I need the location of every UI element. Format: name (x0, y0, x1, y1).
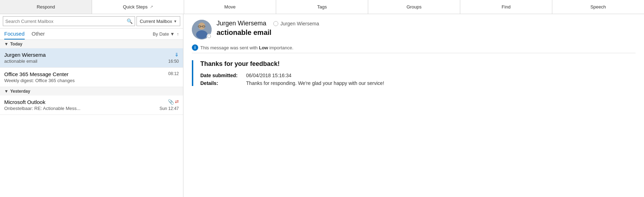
section-today-label: Today (10, 42, 22, 47)
details-label: Details: (200, 80, 238, 86)
toolbar-find[interactable]: Find (460, 0, 552, 14)
svg-point-1 (198, 23, 205, 30)
toolbar-tags[interactable]: Tags (276, 0, 368, 14)
email-item-1-sender: Jurgen Wiersema (4, 52, 161, 58)
download-icon: ⇓ (175, 52, 179, 57)
email-list: ▼ Today Jurgen Wiersema actionable email… (0, 40, 183, 197)
sort-by-label: By Date (153, 31, 169, 37)
email-to-row: Jurgen Wiersema (273, 21, 319, 26)
section-today: ▼ Today (0, 40, 183, 48)
avatar-status-indicator (207, 34, 212, 39)
email-from-name: Jurgen Wiersema (217, 20, 266, 27)
attachment-icon: 📎 (168, 99, 174, 105)
email-header-info: Jurgen Wiersema Jurgen Wiersema actionab… (217, 20, 636, 39)
search-bar: 🔍 Current Mailbox ▼ (0, 14, 183, 29)
toolbar-move-label: Move (224, 4, 236, 10)
email-item-3-subject: Onbestelbaar: RE: Actionable Mess... (4, 106, 159, 111)
toolbar-respond[interactable]: Respond (0, 0, 92, 14)
importance-bar: i This message was sent with Low importa… (192, 42, 636, 53)
importance-message: This message was sent with Low importanc… (200, 45, 293, 50)
section-yesterday: ▼ Yesterday (0, 87, 183, 96)
tab-focused[interactable]: Focused (4, 31, 25, 39)
sort-ascending-icon[interactable]: ↑ (177, 32, 179, 37)
email-item-3-time: Sun 12:47 (159, 106, 179, 111)
toolbar-move[interactable]: Move (184, 0, 276, 14)
email-body-title: Thanks for your feedback! (200, 60, 636, 68)
chevron-down-icon: ▼ (174, 19, 177, 23)
tab-focused-label: Focused (4, 31, 25, 37)
info-icon: i (192, 44, 198, 51)
tab-other[interactable]: Other (32, 31, 45, 39)
search-input[interactable] (5, 19, 127, 24)
sort-chevron-icon: ▼ (170, 31, 175, 37)
email-item-3[interactable]: Microsoft Outlook Onbestelbaar: RE: Acti… (0, 96, 183, 115)
email-item-3-content: Microsoft Outlook Onbestelbaar: RE: Acti… (4, 99, 159, 111)
email-item-1-meta: ⇓ 16:50 (161, 52, 179, 64)
expand-icon: ↗ (150, 5, 153, 9)
email-item-1[interactable]: Jurgen Wiersema actionable email ⇓ 16:50 (0, 48, 183, 68)
date-value: 06/04/2018 15:16:34 (246, 73, 636, 78)
email-item-1-content: Jurgen Wiersema actionable email (4, 52, 161, 64)
email-item-2-content: Office 365 Message Center Weekly digest:… (4, 71, 161, 83)
toolbar-find-label: Find (502, 4, 510, 10)
tabs-bar: Focused Other By Date ▼ ↑ (0, 29, 183, 40)
email-item-2-time: 08:12 (168, 71, 179, 76)
details-value: Thanks for responding. We're glad your h… (246, 80, 636, 86)
email-item-3-sender: Microsoft Outlook (4, 99, 159, 105)
email-body: Thanks for your feedback! Date submitted… (192, 60, 636, 86)
section-today-arrow: ▼ (4, 42, 8, 47)
email-item-2[interactable]: Office 365 Message Center Weekly digest:… (0, 68, 183, 87)
toolbar-speech[interactable]: Speech (552, 0, 644, 14)
toolbar-tags-label: Tags (317, 4, 327, 10)
toolbar: Respond Quick Steps ↗ Move Tags Groups F… (0, 0, 644, 14)
email-view: Jurgen Wiersema Jurgen Wiersema actionab… (183, 14, 644, 197)
sort-by-dropdown[interactable]: By Date ▼ (153, 31, 175, 37)
toolbar-quick-steps-label: Quick Steps (123, 4, 147, 10)
section-yesterday-label: Yesterday (10, 89, 30, 94)
category-icon: ⇄ (175, 99, 179, 105)
email-item-1-time: 16:50 (168, 59, 179, 64)
mailbox-dropdown[interactable]: Current Mailbox ▼ (136, 16, 180, 26)
toolbar-groups[interactable]: Groups (368, 0, 460, 14)
toolbar-respond-label: Respond (37, 4, 55, 10)
email-view-subject: actionable email (217, 29, 636, 37)
email-item-1-subject: actionable email (4, 59, 161, 64)
mailbox-dropdown-label: Current Mailbox (140, 19, 172, 24)
toolbar-speech-label: Speech (590, 4, 606, 10)
email-item-2-sender: Office 365 Message Center (4, 71, 161, 77)
to-circle-icon (273, 21, 278, 26)
section-yesterday-arrow: ▼ (4, 89, 8, 94)
status-dot (207, 35, 211, 38)
email-item-2-meta: 08:12 (161, 71, 179, 83)
email-view-header: Jurgen Wiersema Jurgen Wiersema actionab… (192, 20, 636, 39)
search-input-wrapper[interactable]: 🔍 (3, 16, 135, 26)
search-icon: 🔍 (127, 18, 133, 24)
email-item-2-subject: Weekly digest: Office 365 changes (4, 78, 161, 83)
toolbar-groups-label: Groups (407, 4, 422, 10)
main-layout: 🔍 Current Mailbox ▼ Focused Other By Dat… (0, 14, 644, 197)
email-from-row: Jurgen Wiersema Jurgen Wiersema (217, 20, 636, 27)
svg-point-2 (196, 30, 207, 39)
email-item-3-meta: 📎 ⇄ Sun 12:47 (159, 99, 179, 111)
avatar-wrapper (192, 20, 212, 39)
email-item-3-icons: 📎 ⇄ (168, 99, 179, 105)
date-label: Date submitted: (200, 73, 238, 78)
email-panel: 🔍 Current Mailbox ▼ Focused Other By Dat… (0, 14, 183, 197)
importance-level: Low (259, 45, 268, 50)
sort-controls: By Date ▼ ↑ (153, 31, 179, 39)
tab-other-label: Other (32, 31, 45, 37)
toolbar-quick-steps[interactable]: Quick Steps ↗ (92, 0, 184, 14)
email-body-table: Date submitted: 06/04/2018 15:16:34 Deta… (200, 73, 636, 86)
email-to-name: Jurgen Wiersema (280, 21, 319, 26)
